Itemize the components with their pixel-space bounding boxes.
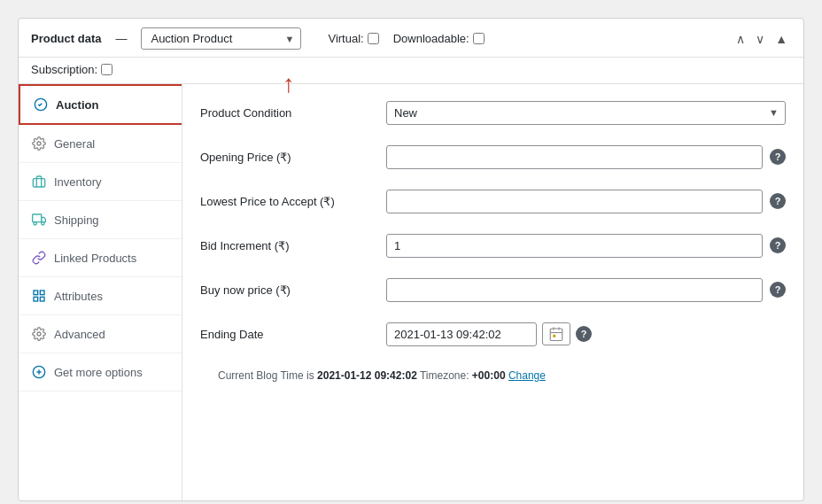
collapse-up-button[interactable]: ∧	[733, 30, 748, 48]
arrow-indicator: ↑	[283, 70, 295, 98]
ending-date-input[interactable]	[386, 322, 537, 346]
lowest-price-help-icon[interactable]: ?	[770, 193, 786, 209]
ending-date-row: Ending Date ?	[200, 318, 786, 350]
sidebar-item-get-more-options[interactable]: Get more options	[19, 353, 182, 392]
sidebar-item-general-label: General	[54, 137, 95, 151]
downloadable-label: Downloadable:	[393, 32, 469, 45]
inventory-icon	[31, 174, 47, 190]
bid-increment-row: Bid Increment (₹) ?	[200, 229, 786, 261]
collapse-toggle-button[interactable]: ▲	[772, 30, 791, 48]
timezone-value: +00:00	[472, 369, 506, 382]
product-data-label: Product data	[31, 32, 101, 45]
get-more-options-icon	[31, 364, 47, 380]
subscription-row: Subscription:	[19, 58, 803, 84]
general-icon	[31, 136, 47, 151]
downloadable-checkbox[interactable]	[473, 33, 485, 44]
header-checkboxes: Virtual: Downloadable:	[328, 32, 484, 45]
buy-now-price-input[interactable]	[386, 278, 763, 302]
sidebar-item-linked-products[interactable]: Linked Products	[19, 239, 182, 277]
svg-point-1	[37, 142, 41, 145]
svg-rect-14	[550, 329, 562, 341]
bid-increment-label: Bid Increment (₹)	[200, 239, 386, 252]
svg-rect-8	[40, 297, 44, 301]
svg-rect-3	[33, 214, 42, 222]
date-field-wrap: ?	[386, 322, 786, 346]
product-condition-row: Product Condition New Used Refurbished ▼	[200, 97, 786, 128]
product-data-header: Product data — Auction Product Simple pr…	[19, 19, 803, 58]
opening-price-help-icon[interactable]: ?	[770, 149, 786, 165]
product-condition-select[interactable]: New Used Refurbished	[386, 101, 786, 125]
virtual-checkbox[interactable]	[368, 33, 379, 44]
bid-increment-input-wrap: ?	[386, 234, 786, 258]
opening-price-input-wrap: ?	[386, 145, 786, 169]
sidebar-item-advanced[interactable]: Advanced	[19, 315, 182, 353]
product-type-select[interactable]: Auction Product Simple product Grouped p…	[141, 27, 301, 50]
subscription-label: Subscription:	[31, 63, 97, 76]
sidebar-item-inventory[interactable]: Inventory	[19, 163, 182, 201]
sidebar-item-attributes[interactable]: Attributes	[19, 277, 182, 315]
current-blog-time-value: 2021-01-12 09:42:02	[317, 369, 417, 382]
svg-rect-6	[34, 291, 38, 295]
calendar-button[interactable]	[542, 322, 570, 345]
timezone-label: Timezone:	[420, 369, 469, 382]
svg-rect-7	[40, 291, 44, 295]
current-blog-time-label: Current Blog Time is	[218, 369, 314, 382]
svg-rect-2	[33, 179, 44, 187]
virtual-label: Virtual:	[328, 32, 363, 45]
buy-now-price-input-wrap: ?	[386, 278, 786, 302]
sidebar-item-attributes-label: Attributes	[54, 290, 103, 303]
sidebar-item-auction-label: Auction	[56, 98, 98, 112]
subscription-checkbox-label[interactable]: Subscription:	[31, 63, 112, 76]
product-condition-select-wrap: New Used Refurbished ▼	[386, 101, 786, 125]
downloadable-checkbox-label[interactable]: Downloadable:	[393, 32, 485, 45]
shipping-icon	[31, 212, 47, 228]
ending-date-label: Ending Date	[200, 328, 386, 341]
lowest-price-input-wrap: ?	[386, 190, 786, 213]
buy-now-price-row: Buy now price (₹) ?	[200, 274, 786, 306]
opening-price-input[interactable]	[386, 145, 763, 169]
lowest-price-input[interactable]	[386, 190, 763, 213]
change-timezone-link[interactable]: Change	[508, 369, 546, 382]
buy-now-price-label: Buy now price (₹)	[200, 283, 386, 297]
advanced-icon	[31, 326, 47, 342]
svg-point-4	[34, 222, 36, 225]
sidebar-item-inventory-label: Inventory	[54, 175, 101, 189]
product-condition-label: Product Condition	[200, 106, 386, 120]
sidebar-item-get-more-options-label: Get more options	[54, 366, 143, 379]
header-arrows: ∧ ∨ ▲	[733, 30, 791, 48]
svg-point-5	[42, 222, 44, 225]
product-condition-input-wrap: New Used Refurbished ▼	[386, 101, 786, 125]
product-data-box: ↑ Product data — Auction Product Simple …	[18, 18, 804, 501]
sidebar-item-shipping[interactable]: Shipping	[19, 201, 182, 239]
svg-rect-9	[34, 297, 38, 301]
sidebar-item-auction[interactable]: Auction	[19, 84, 182, 125]
svg-point-10	[37, 332, 41, 336]
sidebar-item-advanced-label: Advanced	[54, 328, 105, 341]
subscription-checkbox[interactable]	[101, 64, 112, 75]
opening-price-row: Opening Price (₹) ?	[200, 141, 786, 173]
sidebar-item-linked-products-label: Linked Products	[54, 252, 136, 265]
svg-rect-18	[553, 335, 555, 337]
fields-area: Product Condition New Used Refurbished ▼…	[182, 84, 803, 500]
sidebar-item-general[interactable]: General	[19, 125, 182, 163]
main-content: Auction General Inventory	[19, 84, 803, 500]
ending-date-input-wrap: ?	[386, 322, 786, 346]
opening-price-label: Opening Price (₹)	[200, 151, 386, 164]
buy-now-price-help-icon[interactable]: ?	[770, 282, 786, 298]
footer-note: Current Blog Time is 2021-01-12 09:42:02…	[200, 362, 786, 394]
lowest-price-label: Lowest Price to Accept (₹)	[200, 195, 386, 208]
auction-icon	[33, 97, 49, 112]
dash-separator: —	[115, 32, 127, 45]
product-type-select-wrapper: Auction Product Simple product Grouped p…	[141, 27, 301, 50]
bid-increment-help-icon[interactable]: ?	[770, 237, 786, 253]
attributes-icon	[31, 288, 47, 304]
virtual-checkbox-label[interactable]: Virtual:	[328, 32, 378, 45]
lowest-price-row: Lowest Price to Accept (₹) ?	[200, 185, 786, 217]
collapse-down-button[interactable]: ∨	[752, 30, 768, 48]
ending-date-help-icon[interactable]: ?	[576, 326, 592, 342]
bid-increment-input[interactable]	[386, 234, 763, 258]
sidebar: Auction General Inventory	[19, 84, 182, 500]
linked-products-icon	[31, 250, 47, 266]
sidebar-item-shipping-label: Shipping	[54, 213, 99, 227]
